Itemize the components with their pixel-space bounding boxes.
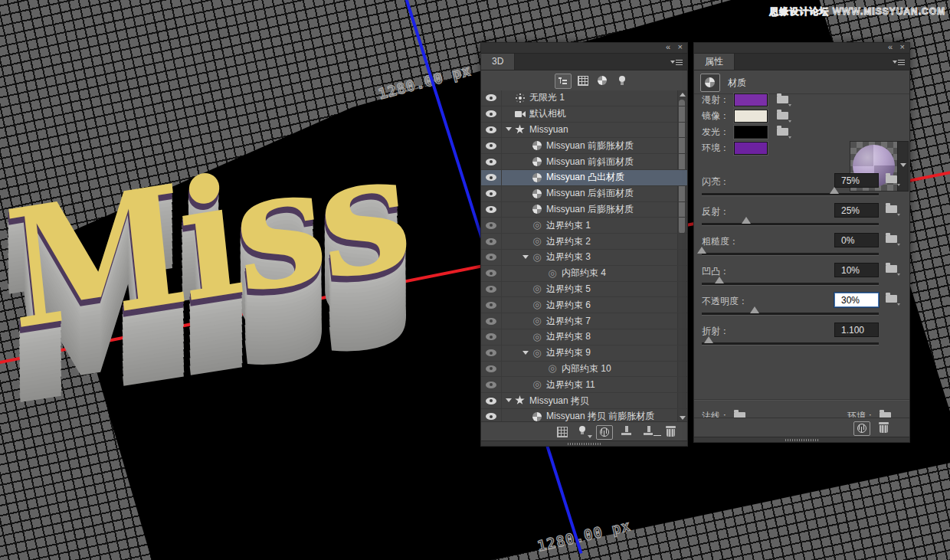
slider-thumb[interactable] [697, 247, 706, 254]
slider-value-input[interactable]: 10% [834, 263, 879, 277]
visibility-eye-icon[interactable] [486, 286, 496, 293]
layer-row[interactable]: ◎内部约束 10 [481, 362, 687, 378]
close-panel-icon[interactable]: × [900, 42, 905, 51]
slider-track[interactable] [702, 223, 879, 225]
slider-thumb[interactable] [830, 187, 839, 194]
material-icon [531, 188, 543, 199]
visibility-eye-icon[interactable] [486, 398, 496, 404]
trash-icon[interactable] [876, 421, 892, 434]
visibility-eye-icon[interactable] [486, 365, 496, 372]
slider-value-input[interactable]: 25% [834, 203, 879, 218]
trash-icon[interactable] [663, 425, 679, 438]
color-swatch[interactable] [734, 110, 768, 123]
scene-filter-icon[interactable] [555, 74, 572, 89]
visibility-eye-icon[interactable] [486, 94, 496, 101]
visibility-eye-icon[interactable] [486, 174, 496, 181]
visibility-eye-icon[interactable] [486, 382, 496, 388]
layer-row[interactable]: Missyuan 凸出材质 [481, 170, 687, 186]
texture-folder-icon[interactable] [886, 265, 897, 273]
light-filter-icon[interactable] [614, 74, 630, 87]
visibility-eye-icon[interactable] [486, 254, 496, 260]
layer-row[interactable]: Missyuan [481, 123, 687, 139]
slider-thumb[interactable] [750, 306, 759, 313]
slider-value-input[interactable]: 75% [834, 173, 879, 188]
texture-folder-icon[interactable] [886, 295, 897, 303]
slider-value-input[interactable]: 0% [834, 233, 879, 247]
mesh-filter-icon[interactable] [575, 74, 590, 87]
visibility-eye-icon[interactable] [486, 110, 496, 117]
visibility-eye-icon[interactable] [486, 238, 496, 245]
layer-row[interactable]: ◎边界约束 11 [481, 377, 687, 393]
layer-row[interactable]: ◎边界约束 7 [481, 313, 687, 329]
tab-properties[interactable]: 属性 [694, 54, 735, 70]
material-color-row: 漫射： [702, 93, 788, 106]
visibility-eye-icon[interactable] [486, 302, 496, 309]
visibility-eye-icon[interactable] [486, 349, 496, 356]
constraint-icon: ◎ [531, 348, 543, 359]
layer-row[interactable]: Missyuan 后膨胀材质 [481, 202, 687, 218]
site-watermark: 思缘设计论坛 WWW.MISSYUAN.COM [769, 5, 945, 18]
texture-folder-icon[interactable] [886, 205, 897, 213]
visibility-eye-icon[interactable] [486, 333, 496, 340]
texture-folder-icon[interactable] [777, 128, 788, 136]
layer-row[interactable]: Missyuan 前膨胀材质 [481, 138, 687, 154]
color-swatch[interactable] [734, 126, 768, 139]
render-icon[interactable] [853, 421, 870, 436]
slider-track[interactable] [702, 313, 879, 315]
slider-thumb[interactable] [715, 277, 724, 283]
constraint-icon: ◎ [531, 220, 543, 231]
visibility-eye-icon[interactable] [486, 190, 496, 197]
lights-dropdown-icon[interactable] [575, 425, 591, 438]
panel-resize-grip[interactable] [694, 437, 909, 442]
slider-thumb[interactable] [704, 336, 713, 343]
tab-3d[interactable]: 3D [481, 54, 515, 70]
layer-row[interactable]: ◎边界约束 8 [481, 329, 687, 345]
layer-row[interactable]: ◎边界约束 9 [481, 345, 687, 362]
layer-row[interactable]: ◎边界约束 2 [481, 234, 687, 250]
close-panel-icon[interactable]: × [678, 42, 683, 51]
layer-row[interactable]: 默认相机 [481, 106, 687, 123]
texture-folder-icon[interactable] [886, 235, 897, 243]
texture-folder-icon[interactable] [777, 112, 788, 120]
layer-row[interactable]: ◎边界约束 5 [481, 282, 687, 298]
stamp-icon[interactable] [619, 425, 634, 438]
slider-value-input[interactable]: 30% [834, 293, 879, 307]
layer-row[interactable]: Missyuan 拷贝 前膨胀材质 [481, 409, 687, 422]
render-icon[interactable] [596, 425, 613, 440]
slider-label: 粗糙度： [702, 235, 739, 248]
visibility-eye-icon[interactable] [486, 413, 496, 420]
layer-row[interactable]: Missyuan 拷贝 [481, 393, 687, 409]
layer-row[interactable]: 无限光 1 [481, 90, 687, 106]
stamp-delete-icon[interactable] [642, 425, 657, 438]
slider-value-input[interactable]: 1.100 [834, 323, 879, 337]
layer-row[interactable]: ◎边界约束 3 [481, 250, 687, 266]
color-swatch[interactable] [734, 93, 768, 106]
visibility-eye-icon[interactable] [486, 159, 496, 165]
slider-track[interactable] [702, 283, 879, 285]
slider-track[interactable] [702, 342, 879, 345]
color-swatch[interactable] [734, 142, 768, 155]
slider-track[interactable] [702, 253, 879, 255]
layer-row[interactable]: ◎边界约束 6 [481, 297, 687, 313]
panel-menu-icon[interactable] [670, 58, 683, 66]
slider-thumb[interactable] [742, 217, 751, 224]
layer-row[interactable]: Missyuan 后斜面材质 [481, 186, 687, 202]
texture-folder-icon[interactable] [777, 96, 788, 103]
visibility-eye-icon[interactable] [486, 270, 496, 277]
slider-track[interactable] [702, 193, 879, 195]
visibility-eye-icon[interactable] [486, 206, 496, 213]
collapse-panel-icon[interactable]: « [888, 42, 893, 51]
layer-row[interactable]: ◎边界约束 1 [481, 218, 687, 234]
visibility-eye-icon[interactable] [486, 126, 496, 133]
material-filter-icon[interactable] [595, 74, 610, 87]
visibility-eye-icon[interactable] [486, 222, 496, 229]
layer-row[interactable]: ◎内部约束 4 [481, 266, 687, 282]
layer-row[interactable]: Missyuan 前斜面材质 [481, 154, 687, 170]
mesh-grid-icon[interactable] [554, 425, 569, 438]
visibility-eye-icon[interactable] [486, 142, 496, 149]
panel-resize-grip[interactable] [481, 440, 687, 446]
panel-menu-icon[interactable] [893, 58, 905, 66]
collapse-panel-icon[interactable]: « [666, 42, 670, 51]
visibility-eye-icon[interactable] [486, 318, 496, 325]
texture-folder-icon[interactable] [886, 175, 897, 183]
